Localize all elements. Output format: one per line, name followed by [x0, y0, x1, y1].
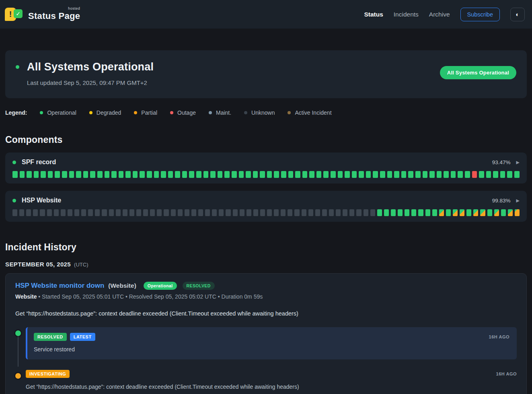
nav-status[interactable]: Status: [364, 11, 383, 18]
uptime-bar: [129, 209, 134, 216]
incident-title-link[interactable]: HSP Website monitor down: [15, 282, 104, 290]
incident-status-pill: Operational: [144, 282, 177, 290]
uptime-bar: [329, 209, 334, 216]
uptime-bar: [253, 171, 258, 178]
uptime-bar: [487, 209, 492, 216]
uptime-bar: [429, 171, 435, 178]
uptime-bar: [226, 209, 230, 216]
uptime-bar: [387, 171, 392, 178]
uptime-bar: [74, 209, 79, 216]
uptime-bar: [54, 209, 59, 216]
uptime-bar: [425, 209, 430, 216]
uptime-bar: [460, 209, 464, 216]
uptime-bar: [41, 171, 46, 178]
uptime-bar: [196, 171, 201, 178]
uptime-bar: [233, 209, 238, 216]
expand-chevron-icon[interactable]: ▶: [516, 160, 520, 165]
degraded-dot-icon: [89, 111, 92, 114]
component-header-row[interactable]: HSP Website 99.83% ▶: [12, 197, 520, 204]
nav-incidents[interactable]: Incidents: [394, 11, 419, 18]
uptime-bar: [61, 209, 66, 216]
uptime-bar: [136, 209, 141, 216]
uptime-bars: [12, 171, 520, 178]
page-content: All Systems Operational Last updated Sep…: [0, 50, 532, 394]
theme-toggle-button[interactable]: ◐: [510, 8, 525, 21]
uptime-bar: [274, 209, 279, 216]
incident-history-heading: Incident History: [5, 242, 527, 253]
uptime-bar: [205, 209, 210, 216]
subscribe-button[interactable]: Subscribe: [460, 8, 500, 21]
uptime-bar: [68, 209, 72, 216]
incident-date-row: SEPTEMBER 05, 2025 (UTC): [5, 261, 527, 268]
uptime-bar: [95, 209, 100, 216]
uptime-bar: [143, 209, 148, 216]
uptime-bar: [161, 171, 166, 178]
uptime-bar: [359, 171, 364, 178]
uptime-bar: [366, 171, 371, 178]
brand[interactable]: ! ✓ hosted Status Page: [5, 6, 80, 23]
legend-item-partial: Partial: [134, 109, 157, 116]
update-message: Get “https://hostedstatus.page”: context…: [26, 384, 517, 390]
incident-date-suffix: (UTC): [74, 262, 88, 268]
uptime-bar: [12, 171, 18, 178]
uptime-bar: [123, 209, 127, 216]
legend-item-unknown: Unknown: [244, 109, 275, 116]
status-banner: All Systems Operational Last updated Sep…: [5, 50, 527, 98]
legend-item-label: Outage: [177, 109, 196, 116]
legend-item-label: Partial: [141, 109, 157, 116]
maint-dot-icon: [209, 111, 212, 114]
uptime-bar: [466, 209, 471, 216]
uptime-bar: [83, 171, 88, 178]
uptime-bar: [294, 209, 299, 216]
incident-meta: Website • Started Sep 05, 2025 05:01 UTC…: [15, 293, 517, 300]
uptime-bar: [90, 171, 95, 178]
uptime-bar: [189, 171, 194, 178]
legend-item-maint: Maint.: [209, 109, 231, 116]
brand-text: hosted Status Page: [28, 8, 80, 21]
main-nav: Status Incidents Archive: [364, 11, 450, 18]
components-heading: Components: [5, 134, 527, 145]
unknown-dot-icon: [244, 111, 247, 114]
timeline-update-investigating: INVESTIGATING 16H AGO Get “https://hoste…: [26, 370, 517, 390]
legend-item-label: Degraded: [97, 109, 121, 116]
status-dot: [16, 65, 19, 69]
uptime-bar: [168, 171, 173, 178]
component-status-dot: [12, 199, 16, 202]
uptime-bar: [88, 209, 93, 216]
uptime-bar: [446, 209, 451, 216]
uptime-bar: [405, 209, 409, 216]
uptime-bar: [105, 171, 110, 178]
legend-item-degraded: Degraded: [89, 109, 121, 116]
uptime-bar: [315, 209, 320, 216]
brand-title: Status Page: [28, 11, 80, 21]
nav-archive[interactable]: Archive: [429, 11, 450, 18]
uptime-bar: [401, 171, 407, 178]
uptime-bar: [260, 209, 265, 216]
component-header-row[interactable]: SPF record 93.47% ▶: [12, 159, 520, 166]
last-updated: Last updated Sep 5, 2025, 09:47 PM GMT+2: [27, 79, 154, 86]
uptime-bar: [308, 209, 313, 216]
timeline-dot-resolved: [15, 330, 21, 336]
incident-component: (Website): [108, 282, 136, 289]
uptime-bar: [232, 171, 237, 178]
uptime-bar: [154, 171, 159, 178]
uptime-bar: [451, 171, 456, 178]
uptime-bar: [343, 209, 347, 216]
incident-timeline: RESOLVED LATEST 16H AGO Service restored…: [15, 327, 517, 390]
uptime-bar: [19, 209, 24, 216]
uptime-bar: [260, 171, 265, 178]
resolved-badge: RESOLVED: [34, 333, 67, 341]
uptime-bar: [69, 171, 74, 178]
uptime-bar: [224, 171, 230, 178]
latest-badge: LATEST: [70, 333, 95, 341]
uptime-bar: [26, 209, 31, 216]
incident-state-pill: RESOLVED: [183, 282, 215, 290]
uptime-bar: [352, 171, 357, 178]
incident-meta-detail: • Started Sep 05, 2025 05:01 UTC • Resol…: [37, 293, 263, 300]
uptime-bar: [253, 209, 258, 216]
uptime-bar: [140, 171, 145, 178]
active-incident-dot-icon: [288, 111, 291, 114]
expand-chevron-icon[interactable]: ▶: [516, 198, 520, 203]
uptime-bar: [109, 209, 114, 216]
uptime-bar: [377, 209, 382, 216]
